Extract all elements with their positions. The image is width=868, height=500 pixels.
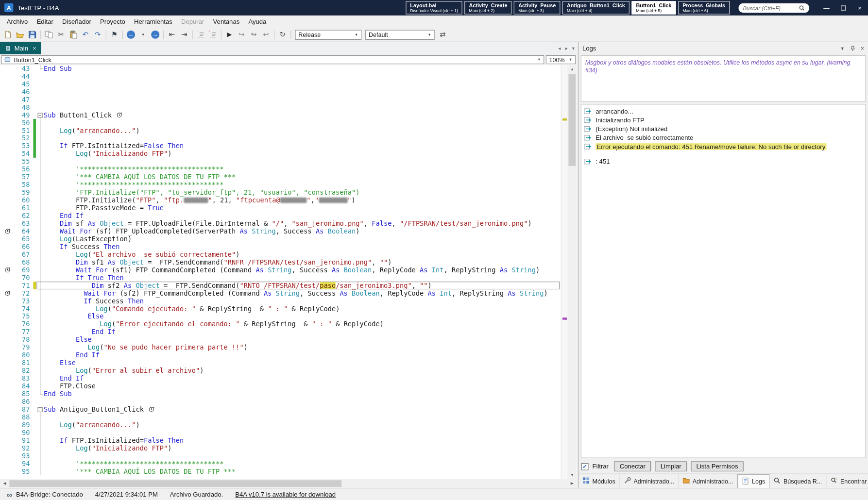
code-line-47[interactable]: 47	[0, 96, 561, 103]
panel-tab-administrado[interactable]: Administrado...	[620, 474, 679, 488]
code-line-92[interactable]: 92 Log("Inicializando FTP")	[0, 444, 561, 452]
code-line-90[interactable]: 90	[0, 429, 561, 436]
code-line-69[interactable]: 69 Wait For (sf1) FTP_CommandCompleted (…	[0, 266, 561, 274]
menu-herramientas[interactable]: Herramientas	[130, 17, 177, 27]
bookmark-tab-activity-pause[interactable]: Activity_PauseMain (ctrl + 3)	[514, 1, 560, 14]
horizontal-scrollbar-thumb[interactable]	[9, 480, 341, 487]
code-line-80[interactable]: 80 End If	[0, 351, 561, 359]
comment-icon[interactable]: '	[195, 29, 206, 40]
scroll-left-icon[interactable]: ◀	[0, 479, 9, 488]
scroll-up-icon[interactable]: ▲	[567, 65, 577, 73]
fold-collapse-icon[interactable]: −	[37, 113, 42, 117]
connect-button[interactable]: Conectar	[614, 462, 651, 472]
swap-icon[interactable]: ⇄	[437, 29, 448, 40]
run-icon[interactable]: ▶	[223, 29, 235, 40]
code-line-82[interactable]: 82 Log("Error al subir el archivo")	[0, 367, 561, 375]
code-line-54[interactable]: 54 Log("Inicializando FTP")	[0, 150, 561, 158]
code-editor[interactable]: 43End Sub444546474849−Sub Button1_Click5…	[0, 65, 577, 479]
code-line-74[interactable]: 74 Log("Comando ejecutado: " & ReplyStri…	[0, 305, 561, 313]
code-line-58[interactable]: 58 '************************************	[0, 181, 561, 189]
build-config-combo[interactable]: Release▼	[295, 30, 361, 40]
code-line-61[interactable]: 61 FTP.PassiveMode = True	[0, 204, 561, 212]
code-line-57[interactable]: 57 '*** CAMBIA AQUÍ LOS DATOS DE TU FTP …	[0, 173, 561, 181]
undo-icon[interactable]: ↶	[80, 29, 91, 40]
bookmark-tab-button1-click[interactable]: Button1_ClickMain (ctrl + 5)	[631, 1, 676, 14]
minimize-button[interactable]: —	[818, 0, 834, 16]
fold-margin[interactable]: −	[36, 111, 44, 119]
menu-ayuda[interactable]: Ayuda	[244, 17, 271, 27]
code-line-78[interactable]: 78 Else	[0, 336, 561, 344]
code-line-49[interactable]: 49−Sub Button1_Click	[0, 111, 561, 119]
close-icon[interactable]: ×	[861, 45, 864, 51]
code-line-79[interactable]: 79 Log("No se pudo hacer primera parte !…	[0, 344, 561, 351]
new-file-icon[interactable]	[2, 29, 14, 40]
scroll-down-icon[interactable]: ▼	[567, 471, 577, 479]
menu-archivo[interactable]: Archivo	[2, 17, 33, 27]
nav-back-icon[interactable]: ←	[125, 29, 137, 40]
code-line-63[interactable]: 63 Dim sf As Object = FTP.UploadFile(Fil…	[0, 219, 561, 227]
fold-collapse-icon[interactable]: −	[37, 407, 42, 412]
code-line-51[interactable]: 51 Log("arrancando...")	[0, 127, 561, 134]
code-line-68[interactable]: 68 Dim sf1 As Object = FTP.SendCommand("…	[0, 258, 561, 266]
vertical-scrollbar-thumb[interactable]	[568, 74, 576, 166]
menu-editar[interactable]: Editar	[33, 17, 58, 27]
code-line-72[interactable]: 72 Wait For (sf2) FTP_CommandCompleted (…	[0, 289, 561, 297]
bookmark-tab-activity-create[interactable]: Activity_CreateMain (ctrl + 2)	[464, 1, 511, 14]
code-line-86[interactable]: 86	[0, 398, 561, 405]
code-line-75[interactable]: 75 Else	[0, 313, 561, 320]
clear-button[interactable]: Limpiar	[655, 462, 687, 472]
code-line-89[interactable]: 89 Log("arrancando...")	[0, 421, 561, 429]
code-line-84[interactable]: 84 FTP.Close	[0, 383, 561, 390]
bookmark-tab-layout-bal[interactable]: Layout.balDiseñador Visual (ctrl + 1)	[406, 1, 462, 14]
code-line-52[interactable]: 52	[0, 134, 561, 142]
tab-scroll-right-icon[interactable]: ▸	[565, 45, 568, 50]
code-line-55[interactable]: 55	[0, 158, 561, 166]
panel-tab-logs[interactable]: Logs	[737, 474, 769, 488]
open-project-icon[interactable]	[15, 29, 26, 40]
menu-ventanas[interactable]: Ventanas	[208, 17, 244, 27]
nav-forward-icon[interactable]: →	[150, 29, 161, 40]
copy-icon[interactable]	[43, 29, 55, 40]
permissions-list-button[interactable]: Lista Permisos	[691, 462, 744, 472]
tab-list-chevron-icon[interactable]: ▾	[572, 45, 575, 50]
code-line-73[interactable]: 73 If Success Then	[0, 297, 561, 305]
sub-selector-combo[interactable]: Button1_Click ▼	[1, 55, 544, 64]
pin-icon[interactable]	[850, 45, 856, 51]
code-line-43[interactable]: 43End Sub	[0, 65, 561, 72]
log-list[interactable]: arrancando...Inicializando FTP(Exception…	[581, 104, 866, 458]
tab-main[interactable]: Main ×	[0, 42, 41, 54]
bookmark-tab-antiguo-button1-click[interactable]: Antiguo_Button1_ClickMain (ctrl + 4)	[562, 1, 630, 14]
filter-checkbox[interactable]: ✓	[581, 463, 589, 470]
code-line-81[interactable]: 81 Else	[0, 359, 561, 367]
paste-icon[interactable]	[68, 29, 79, 40]
menu-proyecto[interactable]: Proyecto	[96, 17, 130, 27]
code-line-44[interactable]: 44	[0, 72, 561, 80]
code-line-46[interactable]: 46	[0, 88, 561, 96]
close-button[interactable]: ×	[851, 0, 868, 16]
step-into-icon[interactable]: ↪	[236, 29, 248, 40]
code-line-83[interactable]: 83 End If	[0, 375, 561, 383]
outdent-icon[interactable]: ⇤	[166, 29, 178, 40]
chevron-down-icon[interactable]: ▼	[840, 46, 845, 50]
code-line-91[interactable]: 91 If FTP.IsInitialized=False Then	[0, 436, 561, 444]
code-line-53[interactable]: 53 If FTP.IsInitialized=False Then	[0, 142, 561, 150]
tab-scroll-left-icon[interactable]: ◂	[558, 45, 561, 50]
code-line-94[interactable]: 94 '************************************	[0, 460, 561, 467]
panel-tab-administrado[interactable]: Administrado...	[679, 474, 737, 488]
uncomment-icon[interactable]: '	[207, 29, 219, 40]
profile-combo[interactable]: Default▼	[365, 30, 434, 40]
code-line-93[interactable]: 93	[0, 452, 561, 460]
horizontal-scrollbar[interactable]: ◀ ▶	[0, 479, 577, 488]
panel-tab-b-squeda-r[interactable]: Búsqueda R...	[769, 474, 826, 488]
cut-icon[interactable]: ✂	[55, 29, 67, 40]
zoom-combo[interactable]: 100% ▼	[546, 55, 576, 64]
rebuild-icon[interactable]: ↻	[277, 29, 289, 40]
search-input[interactable]: Buscar (Ctrl+F)	[738, 3, 809, 12]
bookmark-icon[interactable]: ⚑	[108, 29, 120, 40]
code-line-45[interactable]: 45	[0, 80, 561, 88]
code-line-76[interactable]: 76 Log("Error ejecutando el comando: " &…	[0, 320, 561, 328]
indent-icon[interactable]: ⇥	[178, 29, 190, 40]
code-line-56[interactable]: 56 '************************************	[0, 166, 561, 173]
step-over-icon[interactable]: ↬	[248, 29, 260, 40]
chevron-down-small-icon[interactable]: ▼	[137, 29, 149, 40]
